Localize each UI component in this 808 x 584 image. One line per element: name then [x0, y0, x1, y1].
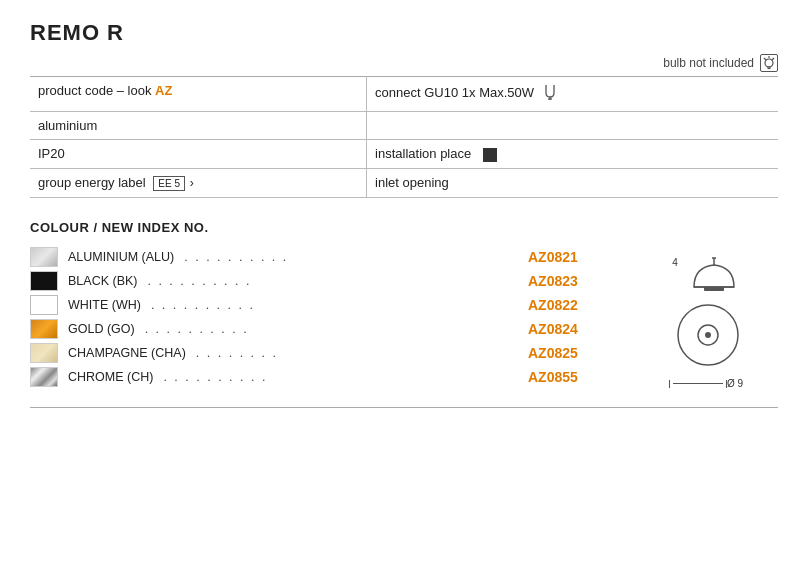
colour-dots: . . . . . . . . . . — [163, 370, 518, 384]
specs-left-2: aluminium — [30, 112, 367, 140]
svg-line-2 — [772, 58, 774, 60]
colour-swatch-black — [30, 271, 58, 291]
colour-code: AZ0855 — [528, 369, 608, 385]
colour-dots: . . . . . . . . . . — [147, 274, 518, 288]
side-dim-label: 4 — [672, 257, 678, 268]
az-highlight: AZ — [155, 83, 172, 98]
colour-name: CHROME (CH) — [68, 370, 153, 384]
svg-point-14 — [705, 332, 711, 338]
colour-code: AZ0822 — [528, 297, 608, 313]
diagram-area: 4 — [638, 247, 778, 389]
colour-code: AZ0823 — [528, 273, 608, 289]
colour-name: WHITE (WH) — [68, 298, 141, 312]
bottom-dim: Ø 9 — [673, 378, 743, 389]
specs-right-4: inlet opening — [367, 168, 778, 197]
side-view-svg — [684, 257, 744, 292]
list-item: GOLD (GO) . . . . . . . . . . AZ0824 — [30, 319, 608, 339]
colour-list: ALUMINIUM (ALU) . . . . . . . . . . AZ08… — [30, 247, 608, 389]
colour-swatch-white — [30, 295, 58, 315]
colour-dots: . . . . . . . . . . — [145, 322, 518, 336]
colour-swatch-chrome — [30, 367, 58, 387]
list-item: ALUMINIUM (ALU) . . . . . . . . . . AZ08… — [30, 247, 608, 267]
colour-dots: . . . . . . . . . . — [184, 250, 518, 264]
specs-right-2 — [367, 112, 778, 140]
colour-swatch-champagne — [30, 343, 58, 363]
bulb-note-text: bulb not included — [663, 56, 754, 70]
specs-table: product code – look AZ connect GU10 1x M… — [30, 76, 778, 198]
list-item: BLACK (BK) . . . . . . . . . . AZ0823 — [30, 271, 608, 291]
colour-name: GOLD (GO) — [68, 322, 135, 336]
colour-dots: . . . . . . . . . . — [151, 298, 518, 312]
list-item: CHROME (CH) . . . . . . . . . . AZ0855 — [30, 367, 608, 387]
install-icon — [483, 148, 497, 162]
colour-code: AZ0821 — [528, 249, 608, 265]
colour-name: ALUMINIUM (ALU) — [68, 250, 174, 264]
colour-name: CHAMPAGNE (CHA) — [68, 346, 186, 360]
colour-swatch-aluminium — [30, 247, 58, 267]
specs-left-3: IP20 — [30, 140, 367, 169]
specs-row-4: group energy label EE 5 › inlet opening — [30, 168, 778, 197]
connect-icon — [542, 83, 558, 105]
colour-dots: . . . . . . . . — [196, 346, 518, 360]
specs-row-1: product code – look AZ connect GU10 1x M… — [30, 77, 778, 112]
specs-row-3: IP20 installation place — [30, 140, 778, 169]
colour-swatch-gold — [30, 319, 58, 339]
list-item: WHITE (WH) . . . . . . . . . . AZ0822 — [30, 295, 608, 315]
energy-badge: EE 5 — [153, 176, 185, 191]
svg-line-1 — [764, 58, 766, 60]
colour-code: AZ0824 — [528, 321, 608, 337]
list-item: CHAMPAGNE (CHA) . . . . . . . . AZ0825 — [30, 343, 608, 363]
svg-rect-9 — [704, 287, 724, 291]
bottom-divider — [30, 407, 778, 408]
bulb-icon — [760, 54, 778, 72]
side-view: 4 — [672, 257, 744, 292]
specs-left-4: group energy label EE 5 › — [30, 168, 367, 197]
specs-row-2: aluminium — [30, 112, 778, 140]
colour-name: BLACK (BK) — [68, 274, 137, 288]
specs-right-1: connect GU10 1x Max.50W — [367, 77, 778, 112]
specs-right-3: installation place — [367, 140, 778, 169]
bulb-note: bulb not included — [30, 54, 778, 72]
bottom-dim-label: Ø 9 — [727, 378, 743, 389]
top-view-svg — [673, 300, 743, 370]
page-title: REMO R — [30, 20, 778, 46]
colour-code: AZ0825 — [528, 345, 608, 361]
colours-section-title: COLOUR / NEW INDEX NO. — [30, 220, 778, 235]
svg-point-3 — [765, 59, 773, 67]
specs-left-1: product code – look AZ — [30, 77, 367, 112]
